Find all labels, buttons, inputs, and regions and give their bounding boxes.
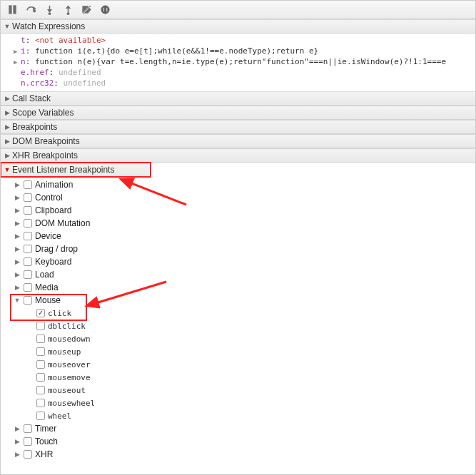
chevron-right-icon[interactable] — [14, 233, 21, 240]
event-category-animation[interactable]: Animation — [4, 178, 475, 191]
event-category-dom-mutation[interactable]: DOM Mutation — [4, 217, 475, 230]
chevron-right-icon[interactable] — [14, 220, 21, 227]
pause-on-exceptions-icon[interactable] — [96, 2, 113, 18]
event-item-mousedown[interactable]: mousedown — [4, 332, 475, 345]
chevron-right-icon[interactable] — [14, 258, 21, 265]
panel-breakpoints[interactable]: Breakpoints — [1, 120, 475, 134]
svg-rect-14 — [103, 8, 104, 12]
checkbox[interactable] — [24, 206, 32, 215]
svg-point-6 — [49, 13, 51, 15]
watch-key: n.crc32 — [21, 78, 54, 88]
panel-event-listener-breakpoints[interactable]: Event Listener Breakpoints — [1, 163, 151, 177]
category-label: Animation — [35, 180, 73, 190]
checkbox[interactable] — [36, 322, 45, 330]
checkbox[interactable] — [24, 219, 32, 228]
checkbox[interactable] — [36, 373, 45, 382]
checkbox[interactable] — [24, 193, 32, 202]
checkbox[interactable] — [24, 270, 32, 279]
event-label: mousemove — [48, 373, 91, 382]
step-over-icon[interactable] — [22, 2, 39, 18]
event-category-media[interactable]: Media — [4, 281, 475, 294]
chevron-down-icon[interactable] — [14, 297, 21, 304]
checkbox[interactable] — [24, 437, 32, 446]
event-label: mouseup — [48, 347, 81, 357]
expand-icon — [4, 123, 11, 131]
chevron-right-icon[interactable] — [14, 271, 21, 278]
event-category-touch[interactable]: Touch — [4, 435, 475, 448]
watch-expressions-body: t: <not available>i: function i(e,t){do … — [1, 34, 475, 91]
event-label: wheel — [48, 412, 71, 421]
watch-expression-row[interactable]: t: <not available> — [1, 35, 475, 46]
expand-icon — [4, 95, 11, 102]
svg-marker-8 — [66, 6, 70, 9]
watch-expression-row[interactable]: n: function n(e){var t=e.length,n=ie.typ… — [1, 56, 475, 67]
event-label: mouseover — [48, 360, 91, 369]
checkbox[interactable] — [36, 386, 45, 394]
svg-marker-5 — [47, 10, 51, 13]
checkbox[interactable] — [24, 450, 32, 459]
step-into-icon[interactable] — [41, 2, 58, 18]
category-label: Mouse — [35, 295, 61, 305]
expand-icon — [4, 23, 11, 30]
chevron-right-icon[interactable] — [14, 284, 21, 291]
checkbox[interactable] — [24, 283, 32, 292]
watch-key: e.href — [21, 68, 49, 77]
checkbox[interactable] — [24, 424, 32, 433]
event-item-dblclick[interactable]: dblclick — [4, 320, 475, 332]
event-category-mouse[interactable]: Mouse — [4, 294, 475, 307]
event-item-mousemove[interactable]: mousemove — [4, 371, 475, 384]
expand-icon — [14, 48, 21, 55]
watch-expression-row[interactable]: n.crc32: undefined — [1, 78, 475, 88]
chevron-right-icon[interactable] — [14, 425, 21, 432]
event-category-keyboard[interactable]: Keyboard — [4, 255, 475, 268]
chevron-right-icon[interactable] — [14, 451, 21, 458]
watch-value: undefined — [59, 68, 101, 77]
event-category-drag-drop[interactable]: Drag / drop — [4, 242, 475, 255]
step-out-icon[interactable] — [59, 2, 76, 18]
checkbox[interactable] — [36, 412, 45, 420]
chevron-right-icon[interactable] — [14, 181, 21, 188]
checkbox[interactable] — [36, 360, 45, 369]
checkbox[interactable] — [24, 257, 32, 266]
checkbox[interactable] — [36, 347, 45, 356]
watch-expression-row[interactable]: e.href: undefined — [1, 67, 475, 78]
event-category-device[interactable]: Device — [4, 230, 475, 242]
event-item-mouseover[interactable]: mouseover — [4, 358, 475, 371]
watch-value: undefined — [64, 78, 106, 88]
checkbox[interactable] — [36, 334, 45, 343]
event-item-click[interactable]: click — [4, 307, 475, 320]
event-category-timer[interactable]: Timer — [4, 422, 475, 435]
chevron-right-icon[interactable] — [14, 245, 21, 252]
panel-xhr-breakpoints[interactable]: XHR Breakpoints — [1, 148, 475, 163]
panel-watch-expressions[interactable]: Watch Expressions — [1, 19, 475, 34]
event-item-mousewheel[interactable]: mousewheel — [4, 397, 475, 409]
chevron-right-icon[interactable] — [14, 194, 21, 201]
panel-call-stack[interactable]: Call Stack — [1, 91, 475, 106]
category-label: Load — [35, 270, 54, 280]
checkbox[interactable] — [24, 296, 32, 305]
watch-expression-row[interactable]: i: function i(e,t){do e=e[t];while(e&&1!… — [1, 46, 475, 56]
event-item-mouseout[interactable]: mouseout — [4, 384, 475, 397]
svg-point-13 — [101, 6, 108, 14]
panel-scope-variables[interactable]: Scope Variables — [1, 106, 475, 120]
panel-title: Breakpoints — [12, 122, 57, 132]
checkbox[interactable] — [36, 309, 45, 317]
panel-title: XHR Breakpoints — [12, 150, 78, 160]
deactivate-breakpoints-icon[interactable] — [78, 2, 95, 18]
event-category-clipboard[interactable]: Clipboard — [4, 204, 475, 217]
chevron-right-icon[interactable] — [14, 207, 21, 214]
checkbox[interactable] — [36, 399, 45, 407]
checkbox[interactable] — [24, 245, 32, 253]
checkbox[interactable] — [24, 232, 32, 240]
pause-icon[interactable] — [4, 2, 21, 18]
category-label: Clipboard — [35, 205, 71, 215]
chevron-right-icon[interactable] — [14, 438, 21, 445]
panel-dom-breakpoints[interactable]: DOM Breakpoints — [1, 134, 475, 148]
category-label: Drag / drop — [35, 244, 78, 254]
event-item-wheel[interactable]: wheel — [4, 409, 475, 422]
event-category-load[interactable]: Load — [4, 268, 475, 281]
event-category-control[interactable]: Control — [4, 191, 475, 204]
checkbox[interactable] — [24, 180, 32, 189]
event-item-mouseup[interactable]: mouseup — [4, 345, 475, 358]
event-category-xhr[interactable]: XHR — [4, 448, 475, 461]
